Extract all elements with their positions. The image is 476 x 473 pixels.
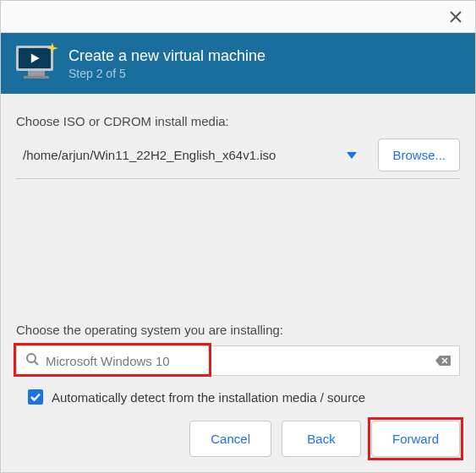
titlebar [1, 1, 475, 33]
vm-wizard-dialog: Create a new virtual machine Step 2 of 5… [0, 0, 476, 473]
browse-button[interactable]: Browse... [378, 139, 460, 171]
svg-line-6 [35, 362, 38, 365]
svg-marker-3 [47, 42, 58, 54]
clear-icon[interactable] [435, 354, 451, 367]
forward-button[interactable]: Forward [371, 421, 460, 457]
close-button[interactable] [448, 9, 463, 24]
iso-dropdown[interactable]: /home/arjun/Win11_22H2_English_x64v1.iso [16, 141, 369, 170]
os-search-input[interactable] [46, 354, 429, 368]
cancel-button[interactable]: Cancel [189, 421, 271, 457]
wizard-step: Step 2 of 5 [68, 67, 265, 80]
divider [16, 178, 460, 179]
autodetect-checkbox[interactable] [28, 389, 43, 405]
button-row: Cancel Back Forward [189, 421, 460, 457]
wizard-header: Create a new virtual machine Step 2 of 5 [1, 33, 475, 94]
iso-path-value: /home/arjun/Win11_22H2_English_x64v1.iso [23, 148, 276, 162]
autodetect-label: Automatically detect from the installati… [52, 390, 365, 405]
svg-point-5 [27, 354, 36, 362]
back-button[interactable]: Back [282, 421, 361, 457]
close-icon [450, 11, 462, 23]
os-label: Choose the operating system you are inst… [16, 323, 460, 337]
wizard-title: Create a new virtual machine [68, 47, 265, 65]
svg-marker-2 [31, 53, 40, 63]
search-icon [25, 352, 39, 369]
svg-marker-4 [347, 152, 357, 159]
chevron-down-icon [346, 148, 358, 163]
media-label: Choose ISO or CDROM install media: [16, 114, 460, 128]
os-search-field[interactable] [16, 345, 460, 376]
sparkle-icon [47, 42, 58, 54]
wizard-body: Choose ISO or CDROM install media: /home… [1, 94, 475, 405]
vm-monitor-icon [16, 46, 57, 81]
